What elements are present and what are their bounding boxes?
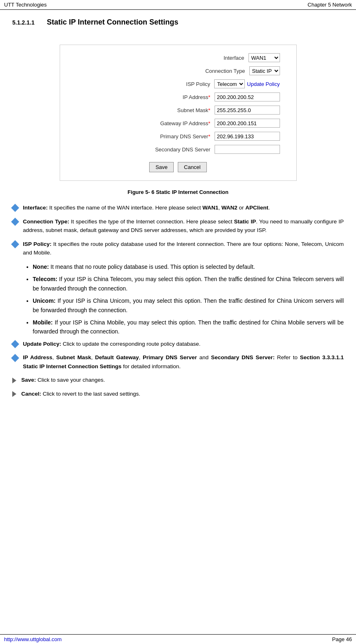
secondary-dns-label: Secondary DNS Server — [137, 146, 210, 153]
interface-label: Interface — [171, 55, 244, 61]
subnet-mask-label: Subnet Mask* — [137, 107, 210, 113]
header-right: Chapter 5 Network — [308, 2, 352, 8]
interface-select[interactable]: WAN1 WAN2 APClient — [249, 53, 280, 62]
save-bold: Save: — [21, 377, 36, 383]
header-left: UTT Technologies — [4, 2, 47, 8]
diamond-icon-2 — [12, 218, 21, 225]
desc-ip-address: IP Address, Subnet Mask, Default Gateway… — [12, 353, 344, 371]
isp-policy-label: ISP Policy — [137, 81, 210, 87]
desc-interface: Interface: It specifies the name of the … — [12, 203, 344, 212]
conn-type-desc: It specifies the type of the Internet co… — [23, 218, 344, 234]
cancel-button[interactable]: Cancel — [178, 162, 206, 172]
bullet-telecom: Telecom: If your ISP is China Telecom, y… — [33, 275, 344, 293]
ip-address-input[interactable] — [215, 92, 280, 101]
arrow-icon-save — [12, 376, 20, 383]
desc-cancel: Cancel: Click to revert to the last save… — [12, 390, 344, 399]
primary-dns-row: Primary DNS Server* — [76, 132, 280, 141]
isp-policy-select[interactable]: Telecom None Unicom Mobile — [214, 79, 245, 88]
secondary-dns-row: Secondary DNS Server — [76, 145, 280, 154]
desc-isp-policy: ISP Policy: It specifies the route polic… — [12, 240, 344, 257]
isp-policy-row: ISP Policy Telecom None Unicom Mobile Up… — [76, 79, 280, 88]
bullet-mobile: Mobile: If your ISP is China Mobile, you… — [33, 318, 344, 336]
interface-desc: It specifies the name of the WAN interfa… — [49, 205, 270, 211]
diamond-icon-4 — [12, 340, 21, 347]
conn-type-bold: Connection Type: — [23, 218, 69, 225]
primary-dns-label: Primary DNS Server* — [137, 133, 210, 140]
ip-address-row: IP Address* — [76, 92, 280, 101]
gateway-label: Gateway IP Address* — [137, 120, 210, 126]
connection-type-label: Connection Type — [172, 68, 245, 74]
figure-caption: Figure 5- 6 Static IP Internet Connectio… — [12, 189, 344, 195]
page-footer: http://www.uttglobal.com Page 46 — [0, 634, 356, 644]
connection-type-row: Connection Type Static IP DHCP PPPoE — [76, 66, 280, 75]
interface-row: Interface WAN1 WAN2 APClient — [76, 53, 280, 62]
desc-save: Save: Click to save your changes. — [12, 376, 344, 385]
update-policy-desc: Click to update the corresponding route … — [63, 341, 201, 347]
secondary-dns-input[interactable] — [215, 145, 280, 154]
update-policy-bold: Update Policy: — [23, 341, 61, 347]
desc-connection-type: Connection Type: It specifies the type o… — [12, 217, 344, 235]
bullet-none: None: It means that no route policy data… — [33, 262, 344, 271]
subnet-mask-input[interactable] — [215, 106, 280, 115]
gateway-row: Gateway IP Address* — [76, 119, 280, 128]
bullet-unicom: Unicom: If your ISP is China Unicom, you… — [33, 296, 344, 315]
form-container: Interface WAN1 WAN2 APClient Connection … — [60, 45, 297, 181]
diamond-icon-3 — [12, 241, 21, 247]
gateway-input[interactable] — [215, 119, 280, 128]
connection-type-select[interactable]: Static IP DHCP PPPoE — [249, 66, 280, 75]
section-number: 5.1.2.1.1 — [12, 19, 35, 26]
save-desc: Click to save your changes. — [38, 377, 105, 383]
arrow-icon-cancel — [12, 390, 20, 397]
subnet-mask-row: Subnet Mask* — [76, 106, 280, 115]
isp-policy-bold: ISP Policy: — [23, 241, 51, 247]
page-content: 5.1.2.1.1 Static IP Internet Connection … — [0, 10, 356, 428]
ip-address-label: IP Address* — [137, 94, 210, 100]
isp-bullet-list: None: It means that no route policy data… — [33, 262, 344, 336]
footer-link[interactable]: http://www.uttglobal.com — [4, 636, 62, 642]
primary-dns-input[interactable] — [215, 132, 280, 141]
diamond-icon-5 — [12, 354, 21, 360]
desc-update-policy: Update Policy: Click to update the corre… — [12, 340, 344, 349]
update-policy-link[interactable]: Update Policy — [247, 81, 280, 87]
save-button[interactable]: Save — [149, 162, 174, 172]
footer-page: Page 46 — [332, 636, 352, 642]
cancel-bold: Cancel: — [21, 391, 41, 397]
isp-policy-desc: It specifies the route policy database u… — [23, 241, 344, 256]
interface-bold: Interface: — [23, 205, 48, 211]
section-title: Static IP Internet Connection Settings — [47, 18, 179, 27]
page-header: UTT Technologies Chapter 5 Network — [0, 0, 356, 10]
cancel-desc: Click to revert to the last saved settin… — [43, 391, 141, 397]
diamond-icon-1 — [12, 204, 21, 211]
button-row: Save Cancel — [149, 162, 206, 172]
ip-fields-bold: IP Address — [23, 354, 52, 360]
